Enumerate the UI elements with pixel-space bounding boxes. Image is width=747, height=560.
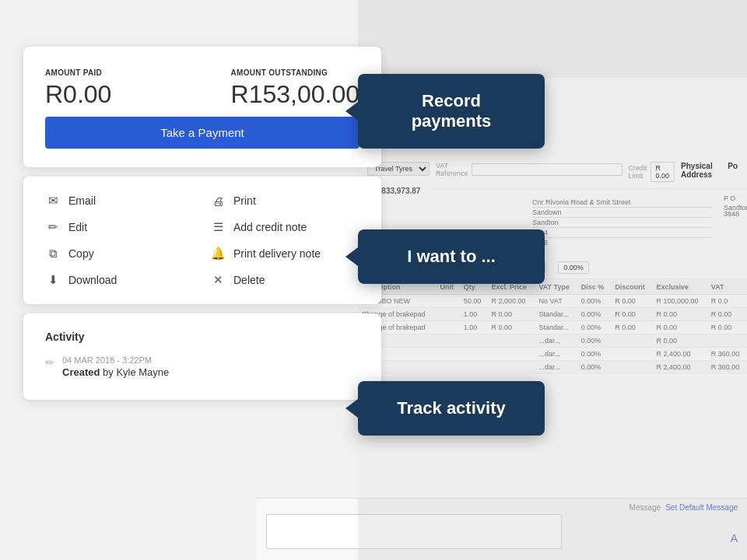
table-row: Change of brakepad1.00R 0.00Standar...0.… xyxy=(358,308,747,321)
activity-text: Created by Kyle Mayne xyxy=(62,366,169,378)
tooltip-record-arrow xyxy=(345,102,358,121)
action-label-4: Copy xyxy=(68,247,94,260)
cell-2-6: R 0.00 xyxy=(611,321,652,334)
cell-1-2: 1.00 xyxy=(460,308,488,321)
vat-ref-input[interactable] xyxy=(472,163,622,176)
cell-4-4: ...dar... xyxy=(535,348,577,361)
cell-2-2: 1.00 xyxy=(460,321,488,334)
cell-1-3: R 0.00 xyxy=(487,308,535,321)
message-label: Message xyxy=(630,503,661,512)
tooltip-record-payments: Record payments xyxy=(358,74,545,149)
cell-3-2 xyxy=(460,334,488,348)
main-card: AMOUNT PAID R0.00 AMOUNT OUTSTANDING R15… xyxy=(23,47,381,400)
amount-outstanding-label: AMOUNT OUTSTANDING xyxy=(231,68,359,77)
take-payment-button[interactable]: Take a Payment xyxy=(45,117,359,149)
action-icon-1: 🖨 xyxy=(210,194,226,208)
table-row: C......dar...0.00%R 2,400.00R 360.00 xyxy=(358,348,747,361)
action-icon-3: ☰ xyxy=(210,220,226,234)
activity-by: by Kyle Mayne xyxy=(100,366,169,378)
cell-3-6 xyxy=(611,334,652,348)
address-suburb2: Sandton xyxy=(532,218,713,228)
address-details: Cnr Rivonia Road & Smit Street Sandown S… xyxy=(529,194,716,250)
cell-2-5: 0.00% xyxy=(577,321,611,334)
action-label-0: Email xyxy=(68,194,96,207)
cell-2-1 xyxy=(437,321,460,334)
action-item-edit[interactable]: ✏Edit xyxy=(45,220,195,234)
cell-0-1 xyxy=(437,295,460,308)
action-item-add-credit-note[interactable]: ☰Add credit note xyxy=(210,220,359,234)
cell-5-1 xyxy=(437,361,460,374)
address-header: Physical Address xyxy=(681,162,721,179)
table-row: M......dar...0.00%R 0.00 xyxy=(358,334,747,348)
action-icon-2: ✏ xyxy=(45,220,61,234)
activity-created: Created xyxy=(62,366,100,378)
cell-5-4: ...dar... xyxy=(535,361,577,374)
table-row: C......dar...0.00%R 2,400.00R 360.00 xyxy=(358,361,747,374)
message-input[interactable] xyxy=(266,514,562,549)
invoice-table: Description Unit Qty Excl. Price VAT Typ… xyxy=(358,280,747,374)
cell-3-1 xyxy=(437,334,460,348)
address-code2: 2146 xyxy=(532,238,713,247)
action-item-print-delivery-note[interactable]: 🔔Print delivery note xyxy=(210,247,359,261)
cell-3-4: ...dar... xyxy=(535,334,577,348)
cell-2-7: R 0.00 xyxy=(653,321,707,334)
cell-0-6: R 0.00 xyxy=(611,295,652,308)
activity-title: Activity xyxy=(45,331,359,343)
amount-paid-value: R0.00 xyxy=(45,80,111,109)
payment-amounts-row: AMOUNT PAID R0.00 AMOUNT OUTSTANDING R15… xyxy=(45,68,359,109)
vat-ref-label: VAT Reference xyxy=(436,162,468,177)
message-label-row: Message Set Default Message xyxy=(266,503,738,512)
activity-content: 04 MAR 2018 - 3:22PM Created by Kyle May… xyxy=(62,355,169,378)
cell-0-2: 50.00 xyxy=(460,295,488,308)
cell-4-6 xyxy=(611,348,652,361)
action-item-print[interactable]: 🖨Print xyxy=(210,194,359,208)
action-label-3: Add credit note xyxy=(233,221,307,233)
tooltip-i-want-to: I want to ... xyxy=(358,229,545,284)
action-icon-0: ✉ xyxy=(45,194,61,208)
vat-ref-field: VAT Reference xyxy=(436,162,622,177)
actions-card: ✉Email🖨Print✏Edit☰Add credit note⧉Copy🔔P… xyxy=(23,177,381,304)
font-icon: A xyxy=(731,532,738,544)
payment-card: AMOUNT PAID R0.00 AMOUNT OUTSTANDING R15… xyxy=(23,47,381,167)
activity-date: 04 MAR 2018 - 3:22PM xyxy=(62,355,169,365)
invoice-area: Invoice Travel Tyres VAT Reference Credi… xyxy=(358,78,747,560)
tooltip-track-activity: Track activity xyxy=(358,381,545,436)
cell-2-3: R 0.00 xyxy=(487,321,535,334)
action-label-2: Edit xyxy=(68,221,87,233)
amount-outstanding-value: R153,00.00 xyxy=(231,80,359,109)
address-line1: Cnr Rivonia Road & Smit Street xyxy=(532,198,713,208)
cell-4-7: R 2,400.00 xyxy=(653,348,707,361)
vat-field: 0.00% xyxy=(558,261,589,274)
cell-5-3 xyxy=(487,361,535,374)
tooltip-record-text: Record payments xyxy=(381,91,521,131)
action-icon-5: 🔔 xyxy=(210,247,226,261)
action-item-email[interactable]: ✉Email xyxy=(45,194,195,208)
cell-1-6: R 0.00 xyxy=(611,308,652,321)
action-item-copy[interactable]: ⧉Copy xyxy=(45,247,195,261)
activity-edit-icon: ✏ xyxy=(45,356,54,369)
action-label-5: Print delivery note xyxy=(233,247,321,260)
cell-1-1 xyxy=(437,308,460,321)
activity-card: Activity ✏ 04 MAR 2018 - 3:22PM Created … xyxy=(23,313,381,400)
tooltip-track-text: Track activity xyxy=(381,398,521,418)
action-item-delete[interactable]: ✕Delete xyxy=(210,273,359,287)
col-discount: Discount xyxy=(611,280,652,295)
action-icon-6: ⬇ xyxy=(45,273,61,287)
set-default-link[interactable]: Set Default Message xyxy=(665,503,738,512)
cell-3-7: R 0.00 xyxy=(653,334,707,348)
amount-paid-col: AMOUNT PAID R0.00 xyxy=(45,68,111,109)
cell-0-5: 0.00% xyxy=(577,295,611,308)
cell-5-8: R 360.00 xyxy=(707,361,747,374)
cell-4-1 xyxy=(437,348,460,361)
cell-5-6 xyxy=(611,361,652,374)
cell-3-8 xyxy=(707,334,747,348)
action-label-1: Print xyxy=(233,194,256,207)
cell-1-7: R 0.00 xyxy=(653,308,707,321)
cell-4-3 xyxy=(487,348,535,361)
tooltip-iwant-arrow xyxy=(345,247,358,266)
action-item-download[interactable]: ⬇Download xyxy=(45,273,195,287)
cell-0-8: R 0.0 xyxy=(707,295,747,308)
cell-4-8: R 360.00 xyxy=(707,348,747,361)
action-label-6: Download xyxy=(68,274,117,286)
table-row: Change of brakepad1.00R 0.00Standar...0.… xyxy=(358,321,747,334)
